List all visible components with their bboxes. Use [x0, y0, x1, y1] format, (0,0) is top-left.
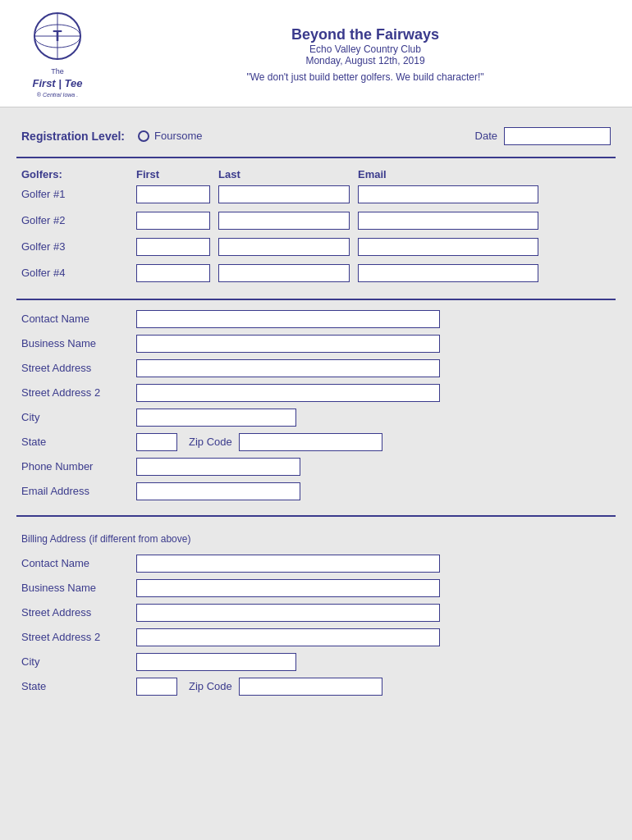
- date-label: Date: [475, 130, 497, 142]
- main-content: Registration Level: Foursome Date Golfer…: [0, 107, 632, 722]
- contact-name-label: Contact Name: [21, 313, 128, 325]
- street-address-input[interactable]: [136, 359, 440, 377]
- header: T The First | Tee ® Central Iowa . Beyon…: [0, 0, 632, 107]
- golfer-2-row: Golfer #2: [21, 212, 611, 230]
- golfer-1-last[interactable]: [218, 185, 350, 203]
- golfer-3-first[interactable]: [136, 238, 210, 256]
- col-last-label: Last: [218, 168, 358, 180]
- billing-business-name-label: Business Name: [21, 582, 128, 594]
- golfer-2-last[interactable]: [218, 212, 350, 230]
- city-label: City: [21, 411, 128, 423]
- billing-city-input[interactable]: [136, 653, 296, 671]
- billing-city-label: City: [21, 655, 128, 668]
- billing-state-zip-row: State Zip Code: [21, 678, 611, 696]
- zip-code-label: Zip Code: [189, 436, 232, 448]
- billing-business-name-input[interactable]: [136, 579, 440, 597]
- billing-state-input[interactable]: [136, 678, 177, 696]
- email-address-input[interactable]: [136, 482, 300, 500]
- street-address2-label: Street Address 2: [21, 386, 128, 399]
- billing-zip-code-label: Zip Code: [189, 680, 232, 692]
- state-zip-group: Zip Code: [136, 433, 382, 451]
- golfer-3-email[interactable]: [358, 238, 538, 256]
- golfers-section-label: Golfers:: [21, 168, 136, 180]
- golfer-2-email[interactable]: [358, 212, 538, 230]
- logo-area: T The First | Tee ® Central Iowa .: [16, 11, 98, 98]
- phone-number-label: Phone Number: [21, 460, 128, 472]
- contact-name-row: Contact Name: [21, 310, 611, 328]
- golfers-header: Golfers: First Last Email: [21, 168, 611, 180]
- billing-street-address2-label: Street Address 2: [21, 631, 128, 643]
- phone-number-input[interactable]: [136, 458, 300, 476]
- golfer-2-first[interactable]: [136, 212, 210, 230]
- logo-line3: ® Central Iowa .: [33, 91, 83, 98]
- billing-street-address2-input[interactable]: [136, 628, 440, 646]
- street-address-row: Street Address: [21, 359, 611, 377]
- golfer-3-last[interactable]: [218, 238, 350, 256]
- billing-contact-name-input[interactable]: [136, 555, 440, 573]
- business-name-input[interactable]: [136, 335, 440, 353]
- billing-title: Billing Address (if different from above…: [16, 523, 616, 551]
- billing-street-address-row: Street Address: [21, 604, 611, 622]
- event-title: Beyond the Fairways: [115, 26, 616, 43]
- col-email-label: Email: [358, 168, 611, 180]
- street-address2-input[interactable]: [136, 384, 440, 402]
- golfer-4-row: Golfer #4: [21, 264, 611, 282]
- golfer-1-email[interactable]: [358, 185, 538, 203]
- header-center: Beyond the Fairways Echo Valley Country …: [115, 26, 616, 83]
- city-input[interactable]: [136, 409, 296, 427]
- street-address-label: Street Address: [21, 362, 128, 374]
- divider-2: [16, 299, 616, 300]
- billing-street-address2-row: Street Address 2: [21, 628, 611, 646]
- golfer-1-row: Golfer #1: [21, 185, 611, 203]
- billing-street-address-label: Street Address: [21, 606, 128, 619]
- email-address-row: Email Address: [21, 482, 611, 500]
- business-name-row: Business Name: [21, 335, 611, 353]
- logo-line1: The: [33, 67, 83, 77]
- billing-business-name-row: Business Name: [21, 579, 611, 597]
- golfers-section: Golfers: First Last Email Golfer #1 Golf…: [16, 165, 616, 299]
- contact-section: Contact Name Business Name Street Addres…: [16, 307, 616, 515]
- foursome-radio-group[interactable]: Foursome: [138, 130, 203, 142]
- svg-text:T: T: [53, 28, 62, 44]
- registration-level-row: Registration Level: Foursome Date: [16, 119, 616, 157]
- billing-subtitle: (if different from above): [89, 533, 191, 545]
- contact-name-input[interactable]: [136, 310, 440, 328]
- billing-contact-name-label: Contact Name: [21, 557, 128, 569]
- golfer-2-label: Golfer #2: [21, 214, 136, 226]
- tagline: "We don't just build better golfers. We …: [115, 71, 616, 83]
- email-address-label: Email Address: [21, 485, 128, 497]
- billing-state-zip-group: Zip Code: [136, 678, 382, 696]
- state-label: State: [21, 436, 128, 448]
- billing-state-label: State: [21, 680, 128, 692]
- golfer-3-row: Golfer #3: [21, 238, 611, 256]
- date-group: Date: [475, 127, 611, 145]
- billing-section: Billing Address (if different from above…: [16, 523, 616, 710]
- city-row: City: [21, 409, 611, 427]
- golfer-4-email[interactable]: [358, 264, 538, 282]
- golfer-3-label: Golfer #3: [21, 240, 136, 253]
- golfer-4-first[interactable]: [136, 264, 210, 282]
- state-zip-row: State Zip Code: [21, 433, 611, 451]
- phone-number-row: Phone Number: [21, 458, 611, 476]
- golfer-4-label: Golfer #4: [21, 267, 136, 279]
- billing-zip-input[interactable]: [239, 678, 382, 696]
- event-date: Monday, August 12th, 2019: [115, 55, 616, 66]
- golfer-4-last[interactable]: [218, 264, 350, 282]
- zip-input[interactable]: [239, 433, 382, 451]
- date-input[interactable]: [504, 127, 611, 145]
- billing-city-row: City: [21, 653, 611, 671]
- street-address2-row: Street Address 2: [21, 384, 611, 402]
- golfer-1-label: Golfer #1: [21, 188, 136, 200]
- billing-street-address-input[interactable]: [136, 604, 440, 622]
- divider-1: [16, 157, 616, 158]
- col-first-label: First: [136, 168, 218, 180]
- divider-3: [16, 515, 616, 517]
- logo-line2: First | Tee: [33, 77, 83, 91]
- billing-contact-section: Contact Name Business Name Street Addres…: [16, 551, 616, 710]
- event-venue: Echo Valley Country Club: [115, 43, 616, 55]
- golfer-1-first[interactable]: [136, 185, 210, 203]
- foursome-radio[interactable]: [138, 130, 149, 142]
- state-input[interactable]: [136, 433, 177, 451]
- foursome-label: Foursome: [154, 130, 203, 142]
- registration-label: Registration Level:: [21, 130, 128, 143]
